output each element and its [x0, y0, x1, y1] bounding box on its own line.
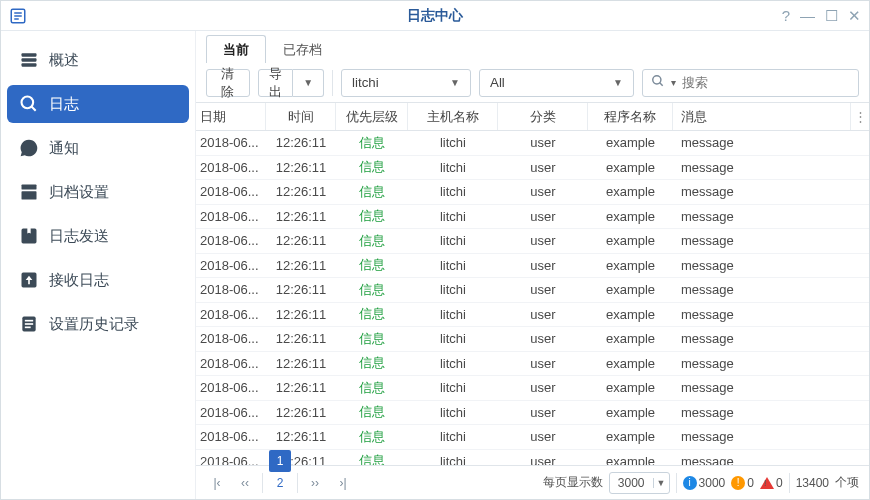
sidebar-item-label: 归档设置 [49, 183, 109, 202]
column-header[interactable]: 程序名称 [588, 103, 673, 130]
table-row[interactable]: 2018-06...12:26:11信息litchiuserexamplemes… [196, 425, 869, 450]
table-row[interactable]: 2018-06...12:26:11信息litchiuserexamplemes… [196, 450, 869, 466]
table-cell: litchi [408, 282, 498, 297]
page-number-button[interactable]: 1 [269, 450, 291, 472]
table-cell: 2018-06... [196, 282, 266, 297]
table-row[interactable]: 2018-06...12:26:11信息litchiuserexamplemes… [196, 131, 869, 156]
column-header[interactable]: 日期 [196, 103, 266, 130]
first-page-button[interactable]: |‹ [206, 472, 228, 494]
tab-1[interactable]: 已存档 [266, 35, 339, 63]
svg-point-15 [653, 76, 661, 84]
sidebar-item-6[interactable]: 设置历史记录 [7, 305, 189, 343]
table-cell: 2018-06... [196, 454, 266, 465]
svg-rect-4 [22, 53, 37, 56]
export-dropdown-toggle[interactable]: ▼ [293, 69, 324, 97]
warn-icon: ! [731, 476, 745, 490]
info-icon: i [683, 476, 697, 490]
table-row[interactable]: 2018-06...12:26:11信息litchiuserexamplemes… [196, 229, 869, 254]
next-page-button[interactable]: ›› [304, 472, 326, 494]
table-cell: message [673, 233, 869, 248]
sidebar-item-1[interactable]: 日志 [7, 85, 189, 123]
sidebar-item-5[interactable]: 接收日志 [7, 261, 189, 299]
table-cell: example [588, 356, 673, 371]
search-box[interactable]: ▾ [642, 69, 859, 97]
table-cell: 2018-06... [196, 258, 266, 273]
table-cell: 信息 [336, 256, 408, 274]
table-cell: example [588, 454, 673, 465]
table-row[interactable]: 2018-06...12:26:11信息litchiuserexamplemes… [196, 180, 869, 205]
table-row[interactable]: 2018-06...12:26:11信息litchiuserexamplemes… [196, 278, 869, 303]
table-cell: litchi [408, 454, 498, 465]
minimize-icon[interactable]: — [800, 8, 815, 23]
prev-page-button[interactable]: ‹‹ [234, 472, 256, 494]
table-cell: litchi [408, 356, 498, 371]
table-cell: 信息 [336, 183, 408, 201]
close-icon[interactable]: ✕ [848, 8, 861, 23]
table-cell: 12:26:11 [266, 184, 336, 199]
sidebar-item-3[interactable]: 归档设置 [7, 173, 189, 211]
sidebar-item-4[interactable]: 日志发送 [7, 217, 189, 255]
table-body: 2018-06...12:26:11信息litchiuserexamplemes… [196, 131, 869, 465]
tab-0[interactable]: 当前 [206, 35, 266, 63]
table-row[interactable]: 2018-06...12:26:11信息litchiuserexamplemes… [196, 156, 869, 181]
search-input[interactable] [682, 75, 850, 90]
table-row[interactable]: 2018-06...12:26:11信息litchiuserexamplemes… [196, 401, 869, 426]
table-row[interactable]: 2018-06...12:26:11信息litchiuserexamplemes… [196, 352, 869, 377]
column-header[interactable]: 优先层级 [336, 103, 408, 130]
sidebar: 概述日志通知归档设置日志发送接收日志设置历史记录 [1, 31, 196, 499]
table-cell: 12:26:11 [266, 258, 336, 273]
svg-line-8 [32, 107, 36, 111]
table-cell: litchi [408, 429, 498, 444]
page-number-button[interactable]: 2 [269, 472, 291, 494]
help-icon[interactable]: ? [782, 8, 790, 23]
column-header[interactable]: 时间 [266, 103, 336, 130]
svg-rect-13 [25, 323, 33, 325]
sidebar-item-2[interactable]: 通知 [7, 129, 189, 167]
sidebar-item-0[interactable]: 概述 [7, 41, 189, 79]
table-cell: 12:26:11 [266, 331, 336, 346]
table-cell: example [588, 233, 673, 248]
table-cell: 12:26:11 [266, 135, 336, 150]
table-row[interactable]: 2018-06...12:26:11信息litchiuserexamplemes… [196, 254, 869, 279]
table-cell: 信息 [336, 354, 408, 372]
table-cell: example [588, 135, 673, 150]
column-options-icon[interactable]: ⋮ [851, 103, 869, 130]
page-number-button[interactable]: 3 [269, 494, 291, 501]
table-cell: 信息 [336, 281, 408, 299]
maximize-icon[interactable]: ☐ [825, 8, 838, 23]
page-size-select[interactable]: 3000 ▼ [609, 472, 670, 494]
chevron-down-icon: ▼ [303, 77, 313, 88]
last-page-button[interactable]: ›| [332, 472, 354, 494]
column-header[interactable]: 消息 [673, 103, 851, 130]
total-count-label: 个项 [835, 474, 859, 491]
svg-point-7 [22, 97, 34, 109]
clear-button[interactable]: 清除 [206, 69, 250, 97]
table-row[interactable]: 2018-06...12:26:11信息litchiuserexamplemes… [196, 327, 869, 352]
table-cell: message [673, 282, 869, 297]
table-cell: 12:26:11 [266, 307, 336, 322]
table-cell: litchi [408, 331, 498, 346]
table-cell: 2018-06... [196, 184, 266, 199]
table-cell: user [498, 135, 588, 150]
window-titlebar: 日志中心 ? — ☐ ✕ [1, 1, 869, 31]
table-cell: message [673, 135, 869, 150]
sidebar-icon [19, 138, 39, 158]
priority-filter-select[interactable]: All ▼ [479, 69, 634, 97]
page-size-label: 每页显示数 [543, 474, 603, 491]
search-dropdown-icon[interactable]: ▾ [671, 77, 676, 88]
table-row[interactable]: 2018-06...12:26:11信息litchiuserexamplemes… [196, 303, 869, 328]
table-cell: 信息 [336, 403, 408, 421]
column-header[interactable]: 分类 [498, 103, 588, 130]
table-cell: 2018-06... [196, 331, 266, 346]
table-cell: 信息 [336, 379, 408, 397]
table-cell: message [673, 184, 869, 199]
export-button[interactable]: 导出 [258, 69, 293, 97]
host-filter-select[interactable]: litchi ▼ [341, 69, 471, 97]
table-cell: litchi [408, 160, 498, 175]
table-cell: litchi [408, 135, 498, 150]
table-row[interactable]: 2018-06...12:26:11信息litchiuserexamplemes… [196, 376, 869, 401]
sidebar-item-label: 概述 [49, 51, 79, 70]
column-header[interactable]: 主机名称 [408, 103, 498, 130]
table-cell: user [498, 331, 588, 346]
table-row[interactable]: 2018-06...12:26:11信息litchiuserexamplemes… [196, 205, 869, 230]
